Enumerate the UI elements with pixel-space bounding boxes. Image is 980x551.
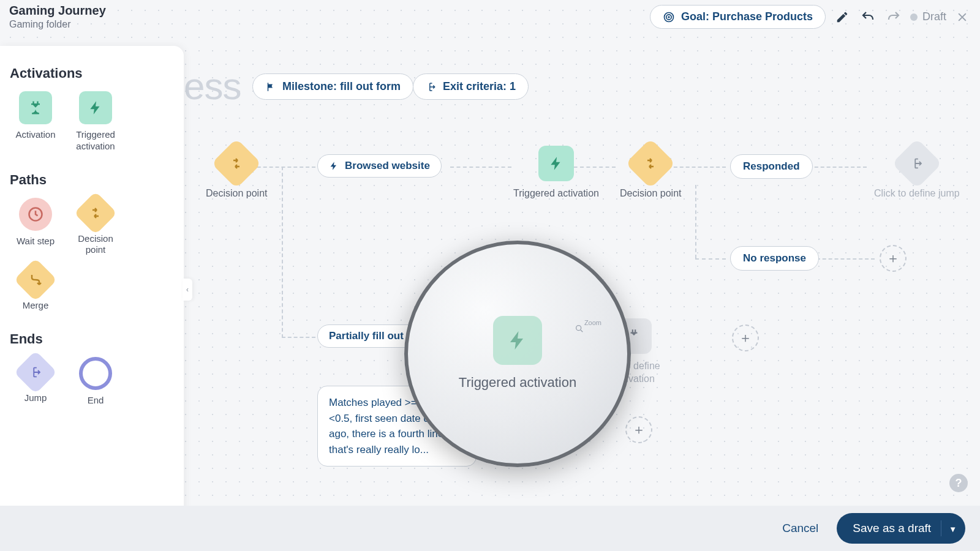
save-draft-label: Save as a draft: [853, 522, 931, 535]
exit-icon: [426, 81, 437, 92]
page-title: Gaming Journey: [9, 4, 106, 18]
footer-bar: Cancel Save as a draft ▼: [0, 506, 980, 551]
node-label: Triggered activation: [513, 187, 599, 200]
palette-item-end[interactable]: End: [70, 357, 121, 407]
page-header: Gaming Journey Gaming folder Goal: Purch…: [0, 0, 980, 34]
redo-button[interactable]: [884, 8, 903, 26]
exit-criteria-pill[interactable]: Exit criteria: 1: [413, 73, 529, 100]
lens-zoom-label: Zoom: [584, 319, 601, 326]
help-button[interactable]: ?: [949, 474, 968, 492]
decision-icon: [229, 156, 244, 171]
node-label: Click to define jump: [874, 187, 960, 200]
magnifier-lens: Zoom Triggered activation: [404, 241, 631, 467]
svg-point-3: [668, 17, 669, 18]
section-paths-heading: Paths: [10, 172, 174, 188]
close-button[interactable]: [954, 9, 971, 26]
node-jump-placeholder[interactable]: Click to define jump: [874, 146, 960, 200]
palette-item-merge[interactable]: Merge: [10, 264, 61, 312]
milestone-pill-label: Milestone: fill out form: [282, 80, 401, 93]
goal-pill[interactable]: Goal: Purchase Products: [650, 5, 826, 29]
cancel-button[interactable]: Cancel: [774, 515, 827, 541]
page-subtitle: Gaming folder: [9, 19, 106, 30]
end-icon: [79, 357, 112, 390]
palette-item-label: Merge: [23, 300, 49, 312]
add-node-button-2[interactable]: ＋: [732, 324, 759, 351]
palette-item-label: End: [88, 395, 104, 407]
svg-point-0: [576, 326, 581, 331]
button-separator: [941, 520, 941, 536]
add-node-button-1[interactable]: ＋: [880, 245, 907, 272]
node-decision-1[interactable]: Decision point: [206, 146, 268, 200]
section-ends-heading: Ends: [10, 331, 174, 347]
decision-icon: [88, 206, 103, 220]
milestone-pill[interactable]: Milestone: fill out form: [252, 73, 413, 100]
section-activations-heading: Activations: [10, 66, 174, 81]
save-draft-button[interactable]: Save as a draft ▼: [837, 513, 965, 544]
search-icon: [575, 324, 584, 334]
sidebar-collapse-handle[interactable]: ‹: [183, 279, 192, 301]
palette-item-label: Activation: [15, 129, 55, 141]
bolt-icon: [548, 156, 564, 171]
exit-icon: [29, 365, 42, 379]
node-label: Decision point: [206, 187, 268, 200]
palette-item-jump[interactable]: Jump: [10, 357, 61, 407]
palette-item-decision-point[interactable]: Decision point: [70, 198, 121, 257]
palette-item-label: Decision point: [70, 233, 121, 257]
palette-item-label: Triggered activation: [70, 129, 121, 152]
bolt-icon: [79, 91, 112, 124]
node-browsed-label: Browsed website: [345, 160, 430, 172]
palette-item-label: Jump: [24, 392, 47, 404]
merge-icon: [28, 272, 43, 287]
edit-button[interactable]: [833, 8, 851, 26]
lens-node-label: Triggered activation: [459, 373, 576, 392]
target-icon: [663, 11, 675, 23]
plug-icon: [19, 91, 52, 124]
flag-icon: [265, 81, 276, 92]
palette-item-triggered-activation[interactable]: Triggered activation: [70, 91, 121, 152]
clock-icon: [19, 198, 52, 231]
status-label: Draft: [922, 10, 946, 23]
exit-pill-label: Exit criteria: 1: [443, 80, 516, 93]
status-chip: Draft: [910, 10, 946, 23]
node-triggered-activation[interactable]: Triggered activation: [513, 146, 599, 200]
node-label: Decision point: [620, 187, 682, 200]
bolt-icon: [329, 161, 339, 171]
goal-label: Goal: Purchase Products: [681, 10, 813, 23]
lens-node-tile: [493, 316, 542, 365]
node-no-response[interactable]: No response: [730, 246, 819, 271]
stage-name-bg: ess: [184, 64, 241, 108]
palette-item-wait-step[interactable]: Wait step: [10, 198, 61, 257]
palette-item-label: Wait step: [17, 236, 55, 247]
palette-sidebar: Activations Activation Triggered activat…: [0, 46, 184, 551]
chevron-down-icon[interactable]: ▼: [949, 525, 957, 534]
undo-button[interactable]: [859, 8, 877, 26]
palette-item-activation[interactable]: Activation: [10, 91, 61, 152]
node-decision-2[interactable]: Decision point: [620, 146, 682, 200]
exit-icon: [910, 157, 924, 170]
node-browsed-website[interactable]: Browsed website: [317, 154, 442, 178]
node-responded[interactable]: Responded: [730, 154, 813, 179]
status-dot-icon: [910, 13, 918, 21]
add-node-button-3[interactable]: ＋: [625, 416, 652, 443]
decision-icon: [643, 156, 658, 171]
